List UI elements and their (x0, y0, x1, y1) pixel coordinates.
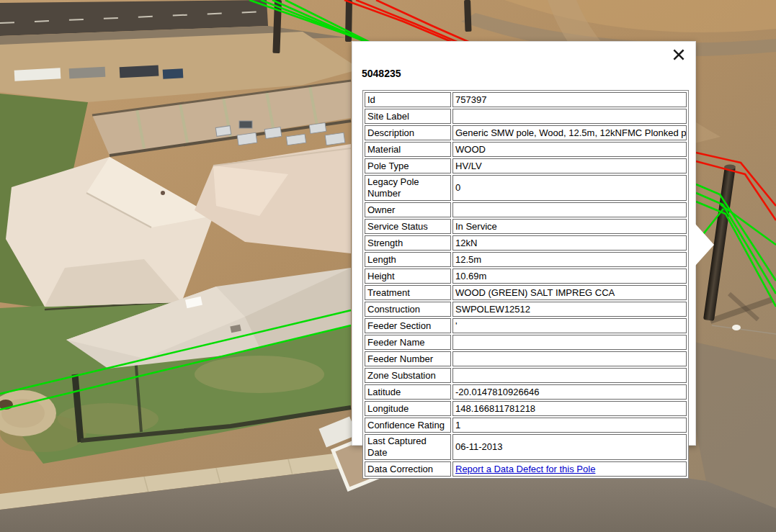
attribute-row: DescriptionGeneric SMW pole, Wood, 12.5m… (365, 125, 687, 140)
attribute-value: 1 (452, 418, 687, 433)
attribute-label: Height (365, 269, 451, 284)
attribute-row: Data CorrectionReport a Data Defect for … (365, 461, 687, 477)
attribute-label: Strength (365, 235, 451, 251)
insulator-glint (732, 325, 741, 330)
attribute-value: In Service (452, 219, 687, 234)
attribute-row: Feeder Number (365, 351, 687, 366)
attribute-row: Last Captured Date06-11-2013 (365, 434, 687, 460)
attribute-row: Zone Substation (365, 368, 687, 383)
popup-callout-arrow (695, 224, 714, 266)
attribute-label: Latitude (365, 384, 451, 400)
attribute-value: 10.69m (452, 269, 687, 284)
car (163, 68, 184, 78)
attribute-row: TreatmentWOOD (GREEN) SALT IMPREG CCA (365, 285, 687, 300)
attribute-row: Longitude148.166811781218 (365, 401, 687, 416)
attribute-row: ConstructionSWPOLEW12512 (365, 302, 687, 317)
map-viewport[interactable]: 5048235 Id757397Site LabelDescriptionGen… (0, 0, 776, 532)
attribute-label: Legacy Pole Number (365, 175, 451, 201)
pole-attributes-body: Id757397Site LabelDescriptionGeneric SMW… (365, 92, 687, 477)
attribute-label: Site Label (365, 109, 451, 124)
attribute-value (452, 109, 687, 124)
attribute-value (452, 351, 687, 366)
attribute-row: Id757397 (365, 92, 687, 107)
pole-attributes-table: Id757397Site LabelDescriptionGeneric SMW… (362, 90, 689, 479)
attribute-value (452, 335, 687, 350)
popup-title: 5048235 (362, 68, 401, 79)
attribute-label: Owner (365, 202, 451, 217)
attribute-value: Generic SMW pole, Wood, 12.5m, 12kNFMC P… (452, 125, 687, 140)
attribute-value (452, 368, 687, 383)
attribute-label: Pole Type (365, 158, 451, 173)
attribute-value: SWPOLEW12512 (452, 302, 687, 317)
attribute-value: Report a Data Defect for this Pole (452, 461, 687, 477)
attribute-row: Feeder Section' (365, 318, 687, 333)
attribute-row: Legacy Pole Number0 (365, 175, 687, 201)
attribute-value: 757397 (452, 92, 687, 107)
attribute-label: Id (365, 92, 451, 107)
attribute-label: Feeder Section (365, 318, 451, 333)
car (69, 67, 106, 79)
attribute-value: HV/LV (452, 158, 687, 173)
attribute-value: ' (452, 318, 687, 333)
attribute-value: 0 (452, 175, 687, 201)
attribute-row: Latitude-20.0147810926646 (365, 384, 687, 400)
attribute-label: Data Correction (365, 461, 451, 477)
attribute-row: Strength12kN (365, 235, 687, 251)
attribute-label: Service Status (365, 219, 451, 234)
attribute-label: Description (365, 125, 451, 140)
attribute-label: Zone Substation (365, 368, 451, 383)
attribute-label: Last Captured Date (365, 434, 451, 460)
attribute-label: Treatment (365, 285, 451, 300)
attribute-value: 148.166811781218 (452, 401, 687, 416)
attribute-label: Construction (365, 302, 451, 317)
attribute-label: Feeder Name (365, 335, 451, 350)
attribute-label: Confidence Rating (365, 418, 451, 433)
attribute-row: Site Label (365, 109, 687, 124)
attribute-row: Length12.5m (365, 252, 687, 267)
attribute-value: 06-11-2013 (452, 434, 687, 460)
attribute-row: Confidence Rating1 (365, 418, 687, 433)
close-icon[interactable] (670, 46, 687, 63)
pole-info-popup: 5048235 Id757397Site LabelDescriptionGen… (352, 41, 696, 446)
attribute-row: Service StatusIn Service (365, 219, 687, 234)
attribute-value (452, 202, 687, 217)
report-defect-link[interactable]: Report a Data Defect for this Pole (455, 464, 595, 474)
car (120, 66, 159, 78)
attribute-row: Owner (365, 202, 687, 217)
attribute-value: WOOD (452, 142, 687, 157)
attribute-label: Length (365, 252, 451, 267)
attribute-value: 12kN (452, 235, 687, 251)
attribute-value: 12.5m (452, 252, 687, 267)
attribute-value: WOOD (GREEN) SALT IMPREG CCA (452, 285, 687, 300)
attribute-label: Longitude (365, 401, 451, 416)
attribute-value: -20.0147810926646 (452, 384, 687, 400)
attribute-label: Material (365, 142, 451, 157)
attribute-row: Pole TypeHV/LV (365, 158, 687, 173)
attribute-row: MaterialWOOD (365, 142, 687, 157)
attribute-label: Feeder Number (365, 351, 451, 366)
attribute-row: Height10.69m (365, 269, 687, 284)
attribute-row: Feeder Name (365, 335, 687, 350)
